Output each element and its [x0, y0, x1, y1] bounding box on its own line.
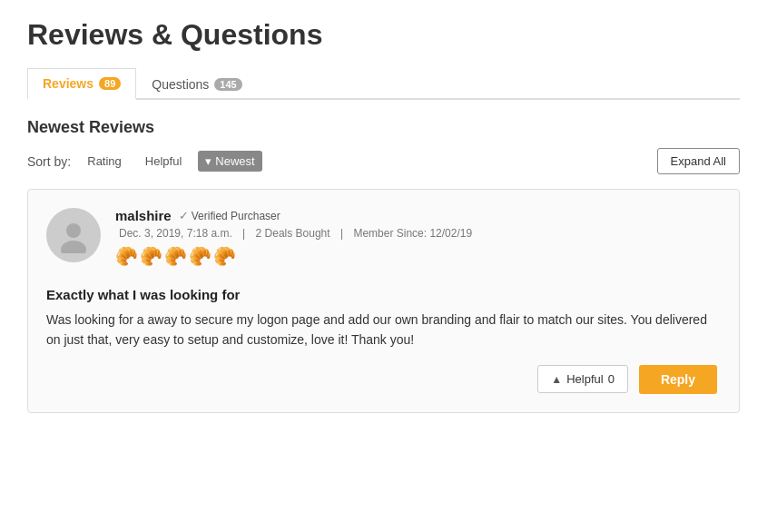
sort-newest-label: Newest — [215, 154, 254, 168]
member-since: Member Since: 12/02/19 — [353, 227, 472, 240]
tab-questions-badge: 145 — [214, 78, 241, 91]
meta-separator-1: | — [242, 227, 248, 240]
review-body: Was looking for a away to secure my logo… — [46, 310, 717, 350]
verified-label: Verified Purchaser — [192, 210, 280, 222]
chevron-up-icon: ▾ — [205, 154, 211, 168]
reviewer-name-row: malshire ✓ Verified Purchaser — [115, 208, 717, 223]
page-title: Reviews & Questions — [27, 18, 740, 52]
tabs-container: Reviews 89 Questions 145 — [27, 66, 740, 100]
tab-questions-label: Questions — [152, 77, 209, 92]
star-2: 🥐 — [140, 245, 162, 267]
avatar-icon — [55, 217, 92, 253]
sort-option-helpful[interactable]: Helpful — [138, 151, 189, 172]
deals-bought: 2 Deals Bought — [256, 227, 330, 240]
svg-point-0 — [66, 223, 81, 238]
tab-questions[interactable]: Questions 145 — [136, 68, 257, 100]
reviewer-meta: Dec. 3, 2019, 7:18 a.m. | 2 Deals Bought… — [115, 227, 717, 240]
sort-row: Sort by: Rating Helpful ▾ Newest Expand … — [27, 148, 740, 174]
star-3: 🥐 — [164, 245, 187, 267]
thumbs-up-icon: ▲ — [551, 373, 562, 386]
helpful-label: Helpful — [566, 372, 603, 386]
review-card: malshire ✓ Verified Purchaser Dec. 3, 20… — [27, 189, 740, 413]
sort-controls: Sort by: Rating Helpful ▾ Newest — [27, 151, 262, 172]
sort-label: Sort by: — [27, 154, 71, 169]
star-5: 🥐 — [213, 245, 236, 267]
reviewer-info: malshire ✓ Verified Purchaser Dec. 3, 20… — [115, 208, 717, 276]
section-title: Newest Reviews — [27, 118, 740, 137]
tab-reviews-badge: 89 — [99, 77, 121, 90]
expand-all-button[interactable]: Expand All — [657, 148, 740, 174]
verified-badge: ✓ Verified Purchaser — [179, 209, 280, 222]
reply-button[interactable]: Reply — [639, 365, 717, 394]
star-4: 🥐 — [189, 245, 211, 267]
review-title: Exactly what I was looking for — [46, 287, 717, 302]
tab-reviews[interactable]: Reviews 89 — [27, 68, 136, 100]
star-1: 🥐 — [115, 245, 138, 267]
stars-container: 🥐 🥐 🥐 🥐 🥐 — [115, 245, 717, 267]
review-date: Dec. 3, 2019, 7:18 a.m. — [119, 227, 232, 240]
svg-point-1 — [61, 241, 86, 253]
sort-option-rating[interactable]: Rating — [80, 151, 129, 172]
sort-option-newest[interactable]: ▾ Newest — [198, 151, 261, 172]
checkmark-icon: ✓ — [179, 209, 189, 222]
meta-separator-2: | — [340, 227, 346, 240]
avatar — [46, 208, 101, 262]
review-actions: ▲ Helpful 0 Reply — [46, 365, 717, 394]
helpful-button[interactable]: ▲ Helpful 0 — [537, 365, 628, 393]
reviewer-name: malshire — [115, 208, 172, 223]
tab-reviews-label: Reviews — [43, 76, 93, 91]
helpful-count: 0 — [608, 372, 615, 386]
review-header: malshire ✓ Verified Purchaser Dec. 3, 20… — [46, 208, 717, 276]
